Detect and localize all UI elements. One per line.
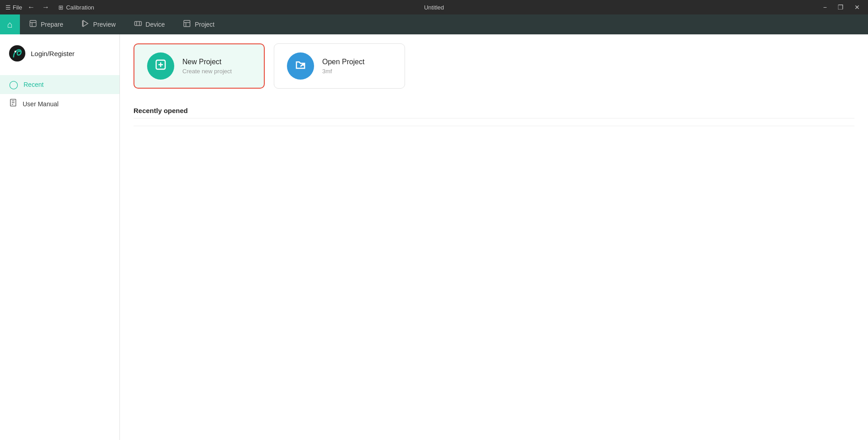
manual-icon [9,99,17,109]
tab-project-label: Project [195,21,215,28]
svg-marker-1 [83,20,88,27]
svg-rect-6 [184,20,191,27]
back-button[interactable]: ← [26,2,37,12]
hamburger-icon: ☰ [5,4,11,11]
project-icon [183,19,191,29]
brand-logo-icon [9,45,25,62]
file-menu-label: File [13,4,22,11]
svg-rect-0 [30,20,36,27]
recent-icon: ◯ [9,80,18,90]
svg-rect-3 [134,22,141,26]
new-project-subtitle: Create new project [182,68,232,75]
login-register-label[interactable]: Login/Register [31,50,75,57]
tab-project[interactable]: Project [174,14,224,34]
open-project-subtitle: 3mf [322,68,364,75]
new-project-icon [154,58,167,74]
minimize-button[interactable]: − [820,3,830,12]
content-area: New Project Create new project [120,34,868,440]
tab-preview-label: Preview [93,21,116,28]
svg-point-10 [14,51,16,52]
open-project-card[interactable]: Open Project 3mf [274,43,405,89]
new-project-card[interactable]: New Project Create new project [134,43,265,89]
tab-preview[interactable]: Preview [72,14,125,34]
nav-bar: ⌂ Prepare Preview Device [0,14,868,34]
new-project-text: New Project Create new project [182,58,232,75]
tab-device-label: Device [146,21,165,28]
sidebar-item-recent[interactable]: ◯ Recent [0,75,119,94]
open-project-title: Open Project [322,58,364,66]
sidebar-item-user-manual[interactable]: User Manual [0,94,119,114]
sidebar-nav: ◯ Recent User Manual [0,75,119,114]
sidebar-logo: Login/Register [0,34,119,71]
home-icon: ⌂ [7,19,13,30]
new-project-title: New Project [182,58,232,66]
calibration-icon: ⊞ [58,4,63,11]
window-title: Untitled [424,4,444,11]
preview-icon [81,19,90,29]
sidebar-item-recent-label: Recent [24,81,43,88]
cards-row: New Project Create new project [134,43,854,89]
recent-files-list [134,135,854,316]
title-bar-left: ☰ File ← → ⊞ Calibration [5,2,98,12]
home-button[interactable]: ⌂ [0,14,20,34]
file-menu[interactable]: ☰ File [5,4,22,11]
sidebar-item-manual-label: User Manual [23,100,58,108]
restore-button[interactable]: ❐ [835,3,846,12]
tab-prepare[interactable]: Prepare [20,14,72,34]
window-controls: − ❐ ✕ [820,3,863,12]
tab-device[interactable]: Device [125,14,174,34]
section-divider [134,126,854,126]
forward-button[interactable]: → [40,2,51,12]
open-project-icon-circle [287,52,314,80]
sidebar: Login/Register ◯ Recent User Manual [0,34,120,440]
new-project-icon-circle [147,52,174,80]
close-button[interactable]: ✕ [852,3,863,12]
open-project-icon [294,58,307,74]
prepare-icon [29,19,37,29]
calibration-button[interactable]: ⊞ Calibration [55,3,98,12]
calibration-label: Calibration [66,4,94,11]
recently-opened-title: Recently opened [134,107,854,118]
device-icon [134,19,142,29]
tab-prepare-label: Prepare [41,21,63,28]
title-bar: ☰ File ← → ⊞ Calibration Untitled − ❐ ✕ [0,0,868,14]
main-layout: Login/Register ◯ Recent User Manual [0,34,868,440]
open-project-text: Open Project 3mf [322,58,364,75]
